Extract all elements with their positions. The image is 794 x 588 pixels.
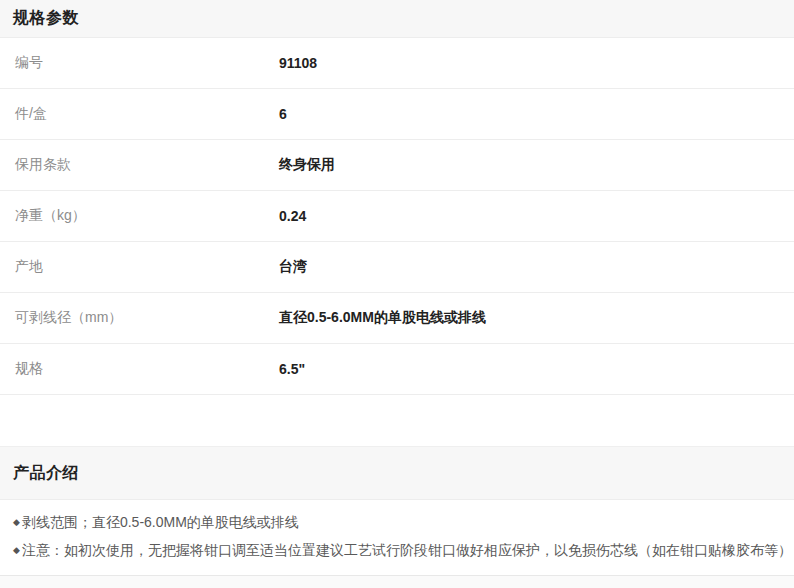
row-value: 直径0.5-6.0MM的单股电线或排线: [279, 309, 486, 327]
row-value: 91108: [279, 55, 317, 71]
bullet-text: 注意：如初次使用，无把握将钳口调至适当位置建议工艺试行阶段钳口做好相应保护，以免…: [22, 536, 792, 564]
spec-table: 编号 91108 件/盒 6 保用条款 终身保用 净重（kg） 0.24 产地 …: [0, 38, 794, 395]
row-value: 6.5": [279, 361, 305, 377]
row-label: 净重（kg）: [0, 207, 279, 225]
row-label: 件/盒: [0, 105, 279, 123]
intro-section-header: 产品介绍: [0, 446, 794, 500]
row-value: 6: [279, 106, 287, 122]
row-label: 编号: [0, 54, 279, 72]
row-label: 保用条款: [0, 156, 279, 174]
bullet-item: ◆ 剥线范围；直径0.5-6.0MM的单股电线或排线: [13, 508, 781, 536]
next-section-band: [0, 575, 794, 588]
table-row: 产地 台湾: [0, 242, 794, 293]
intro-bullets: ◆ 剥线范围；直径0.5-6.0MM的单股电线或排线 ◆ 注意：如初次使用，无把…: [0, 500, 794, 575]
spec-section-title: 规格参数: [13, 8, 79, 29]
table-row: 可剥线径（mm） 直径0.5-6.0MM的单股电线或排线: [0, 293, 794, 344]
row-value: 台湾: [279, 258, 307, 276]
table-row: 规格 6.5": [0, 344, 794, 395]
row-value: 终身保用: [279, 156, 335, 174]
table-row: 编号 91108: [0, 38, 794, 89]
spec-section-header: 规格参数: [0, 0, 794, 38]
row-label: 产地: [0, 258, 279, 276]
table-row: 件/盒 6: [0, 89, 794, 140]
bullet-text: 剥线范围；直径0.5-6.0MM的单股电线或排线: [22, 508, 299, 536]
row-label: 规格: [0, 360, 279, 378]
row-label: 可剥线径（mm）: [0, 309, 279, 327]
intro-section-title: 产品介绍: [13, 463, 79, 484]
diamond-bullet-icon: ◆: [13, 536, 20, 564]
row-value: 0.24: [279, 208, 306, 224]
spacer: [0, 395, 794, 446]
table-row: 净重（kg） 0.24: [0, 191, 794, 242]
table-row: 保用条款 终身保用: [0, 140, 794, 191]
bullet-item: ◆ 注意：如初次使用，无把握将钳口调至适当位置建议工艺试行阶段钳口做好相应保护，…: [13, 536, 781, 564]
diamond-bullet-icon: ◆: [13, 508, 20, 536]
